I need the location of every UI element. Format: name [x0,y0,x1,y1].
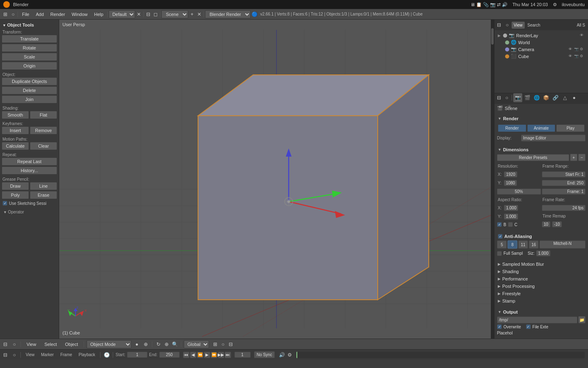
output-title[interactable]: Output [497,308,586,316]
viewport-object-btn[interactable]: Object [62,341,81,348]
menu-help[interactable]: Help [91,11,107,18]
props-tab-scene[interactable]: 🎬 [523,93,532,102]
join-button[interactable]: Join [2,95,57,103]
overwrite-checkbox[interactable] [497,324,502,329]
tree-item-cube[interactable]: ⬛ Cube 👁 📷 ⚙ [496,53,586,60]
engine-icon[interactable]: 🔵 [251,11,258,18]
next-frame-btn[interactable]: ▶▶ [218,352,224,358]
draw-button[interactable]: Draw [2,182,29,190]
preset-del-icon[interactable]: − [578,154,586,161]
engine-select[interactable]: Blender Render [205,10,251,18]
vis-eye-icon[interactable]: 👁 [580,33,585,38]
outliner-search-tab[interactable]: Search [526,22,543,29]
current-frame-input[interactable] [234,352,251,358]
size-field[interactable]: 1.000 [536,250,550,256]
viewport-editor-icon[interactable]: ⊟ [2,341,9,348]
start-frame-input[interactable] [127,352,147,358]
scene-select[interactable]: Scene [161,10,188,18]
tree-item-camera[interactable]: 📷 Camera 👁 📷 ⚙ [496,46,586,53]
aa-16-btn[interactable]: 16 [529,240,539,249]
aa-checkbox[interactable] [498,234,503,239]
play-btn[interactable]: ▶ [204,352,210,358]
use-sketching-checkbox[interactable] [2,201,7,206]
render-button[interactable]: Render [498,124,526,132]
remap2-field[interactable]: -10 [552,221,562,227]
global-select[interactable]: Global [184,340,209,348]
display-dropdown[interactable]: Image Editor [521,135,586,141]
fps-field[interactable]: 24 fps [542,205,586,211]
operator-title[interactable]: Operator [2,209,56,215]
mode-icon[interactable]: ● [133,341,140,348]
viewport-fs-icon[interactable]: ○ [11,341,18,348]
sampled-motion-blur-row[interactable]: Sampled Motion Blur [497,260,586,268]
clock-icon[interactable]: 🕐 [103,351,110,359]
rotate-button[interactable]: Rotate [2,44,57,52]
menu-render[interactable]: Render [47,11,68,18]
prop-edit-icon[interactable]: ○ [219,341,227,348]
props-tab-data[interactable]: △ [560,93,569,102]
delete-button[interactable]: Delete [2,86,57,94]
timeline-editor-icon[interactable]: ⊟ [2,351,9,359]
timeline-playback-btn[interactable]: Playback [76,352,98,357]
timeline-bar[interactable] [296,352,585,358]
cube-vis-icon[interactable]: 👁 [568,54,573,59]
play-button[interactable]: Play [556,124,585,132]
outliner-all-tab[interactable]: All S [575,22,587,29]
cam-render-icon[interactable]: 📷 [574,47,579,52]
cam-vis-icon[interactable]: 👁 [568,47,573,52]
clear-button[interactable]: Clear [30,142,57,150]
full-sample-checkbox[interactable] [497,251,502,256]
zoom-icon[interactable]: 🔍 [171,341,178,348]
insert-keyframe-button[interactable]: Insert [2,126,29,135]
aa-5-btn[interactable]: 5 [497,240,507,249]
dimensions-title[interactable]: Dimensions [497,146,586,154]
menu-file[interactable]: File [19,11,33,18]
cam-extra-icon[interactable]: ⚙ [580,47,585,52]
outliner-view-tab[interactable]: View [512,22,525,29]
poly-button[interactable]: Poly [2,191,29,199]
audio-icon[interactable]: 🔊 [278,351,285,359]
scrollbar-thumb[interactable] [491,28,494,45]
timeline-frame-btn[interactable]: Frame [58,352,75,357]
repeat-last-button[interactable]: Repeat Last [2,157,57,166]
b-checkbox[interactable] [497,222,502,227]
erase-button[interactable]: Erase [30,191,57,199]
flat-button[interactable]: Flat [30,111,57,119]
duplicate-objects-button[interactable]: Duplicate Objects [2,77,57,85]
prev-keyframe-btn[interactable]: ⏪ [197,352,203,358]
output-browse-icon[interactable]: 📁 [578,316,586,323]
aa-8-btn[interactable]: 8 [508,240,517,249]
end-frame-field[interactable]: End: 250 [542,180,586,186]
view-mode2-icon[interactable]: ◻ [152,11,159,18]
pan-icon[interactable]: ⊕ [163,341,170,348]
frame-field[interactable]: Frame: 1 [542,188,586,195]
timeline-fs-icon[interactable]: ○ [11,351,18,359]
mirror-icon[interactable]: ⊟ [227,341,234,348]
props-tab-object[interactable]: 📦 [541,93,550,102]
scene-del-icon[interactable]: ✕ [196,11,203,18]
snap-icon[interactable]: ⊞ [212,341,219,348]
timeline-settings-icon[interactable]: ⚙ [286,351,293,359]
aa-filter[interactable]: Mitchell-N [539,240,586,249]
view-mode-icon[interactable]: ⊟ [145,11,152,18]
x-res-field[interactable]: 1920 [504,171,517,177]
origin-button[interactable]: Origin [2,62,57,70]
menu-window[interactable]: Window [68,11,91,18]
rotate-icon[interactable]: ↻ [155,341,162,348]
animate-button[interactable]: Animate [527,124,556,132]
smooth-button[interactable]: Smooth [2,111,29,119]
prev-frame-btn[interactable]: ◀ [190,352,196,358]
output-path-input[interactable] [497,316,577,323]
timeline-view-btn[interactable]: View [23,352,37,357]
translate-button[interactable]: Translate [2,35,57,43]
viewport-view-btn[interactable]: View [23,341,40,348]
stamp-row[interactable]: Stamp [497,297,586,305]
cube-render-icon[interactable]: 📷 [574,54,579,59]
preset-add-icon[interactable]: + [570,154,577,161]
viewport-scrollbar[interactable] [491,20,494,339]
freestyle-row[interactable]: Freestyle [497,290,586,297]
props-tab-constraints[interactable]: 🔗 [551,93,560,102]
scale-field[interactable]: 50% [497,188,541,195]
editor-type-icon[interactable]: ⊞ [2,11,9,18]
tree-item-world[interactable]: 🌐 World [496,39,586,46]
